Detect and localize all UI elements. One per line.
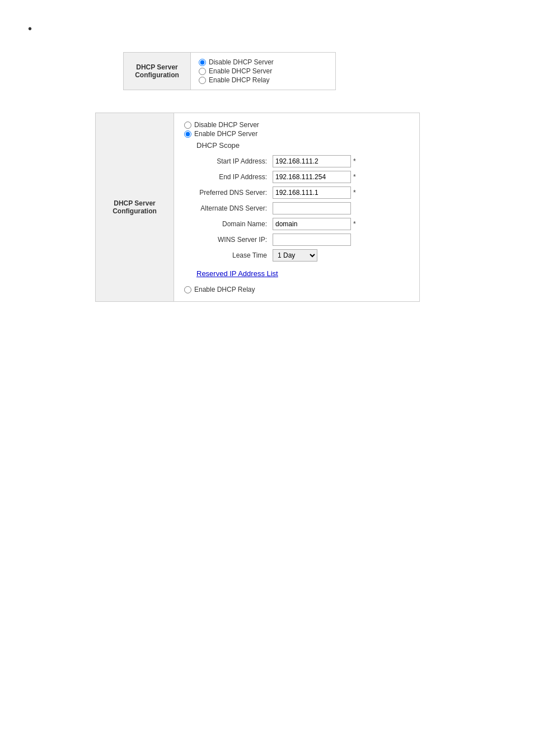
top-label-cell: DHCP Server Configuration [124,53,191,90]
domain-star: * [353,220,356,228]
field-row-wins: WINS Server IP: [183,234,410,246]
main-radio-row-enable[interactable]: Enable DHCP Server [184,130,410,138]
field-row-end-ip: End IP Address: * [183,171,410,183]
main-radio-disable[interactable] [184,122,191,129]
domain-input[interactable] [273,218,351,230]
dhcp-scope-label: DHCP Scope [196,141,410,150]
start-ip-label: Start IP Address: [183,157,273,165]
main-config-table: DHCP Server Configuration Disable DHCP S… [95,113,420,302]
main-options-block: Disable DHCP Server Enable DHCP Server [184,121,410,138]
main-label-line1: DHCP Server [114,199,155,207]
field-row-start-ip: Start IP Address: * [183,155,410,167]
alt-dns-input[interactable] [273,202,351,214]
main-radio-enable[interactable] [184,130,191,138]
bullet-point: • [28,22,534,35]
top-radio-row-0[interactable]: Disable DHCP Server [199,58,327,66]
main-radio-row-disable[interactable]: Disable DHCP Server [184,121,410,129]
main-label-disable: Disable DHCP Server [194,121,259,129]
reserved-ip-link[interactable]: Reserved IP Address List [196,269,278,278]
top-label-line2: Configuration [135,71,179,79]
field-row-lease: Lease Time 1 Day 2 Days 3 Days 1 Week 2 … [183,249,410,262]
wins-input[interactable] [273,234,351,246]
field-row-alt-dns: Alternate DNS Server: [183,202,410,214]
top-radio-relay[interactable] [199,77,206,84]
top-radio-enable[interactable] [199,68,206,75]
field-row-domain: Domain Name: * [183,218,410,230]
reserved-ip-container: Reserved IP Address List [183,265,410,282]
top-config-table: DHCP Server Configuration Disable DHCP S… [123,52,336,90]
start-ip-input[interactable] [273,155,351,167]
pref-dns-label: Preferred DNS Server: [183,189,273,197]
end-ip-star: * [353,173,356,181]
main-label-relay: Enable DHCP Relay [194,286,255,293]
wins-label: WINS Server IP: [183,236,273,244]
top-label-relay: Enable DHCP Relay [209,76,270,84]
top-radio-row-2[interactable]: Enable DHCP Relay [199,76,327,84]
main-radio-relay[interactable] [184,286,191,293]
top-label-line1: DHCP Server [136,63,177,71]
lease-label: Lease Time [183,251,273,259]
lease-time-select[interactable]: 1 Day 2 Days 3 Days 1 Week 2 Weeks 1 Mon… [273,249,317,262]
top-options-block: Disable DHCP Server Enable DHCP Server E… [199,58,327,84]
main-label-enable: Enable DHCP Server [194,130,257,138]
top-options-cell: Disable DHCP Server Enable DHCP Server E… [191,53,336,90]
top-label-disable: Disable DHCP Server [209,58,274,66]
top-radio-row-1[interactable]: Enable DHCP Server [199,67,327,75]
main-label-line2: Configuration [113,207,157,215]
main-label-cell: DHCP Server Configuration [96,113,174,302]
pref-dns-input[interactable] [273,186,351,199]
top-radio-disable[interactable] [199,59,206,66]
pref-dns-star: * [353,189,356,197]
end-ip-label: End IP Address: [183,173,273,181]
page-wrapper: • DHCP Server Configuration Disable DHCP… [0,0,534,324]
end-ip-input[interactable] [273,171,351,183]
domain-label: Domain Name: [183,220,273,228]
start-ip-star: * [353,157,356,165]
field-row-pref-dns: Preferred DNS Server: * [183,186,410,199]
top-label-enable: Enable DHCP Server [209,67,272,75]
main-radio-row-relay[interactable]: Enable DHCP Relay [184,286,410,293]
main-content-cell: Disable DHCP Server Enable DHCP Server D… [174,113,420,302]
alt-dns-label: Alternate DNS Server: [183,204,273,212]
